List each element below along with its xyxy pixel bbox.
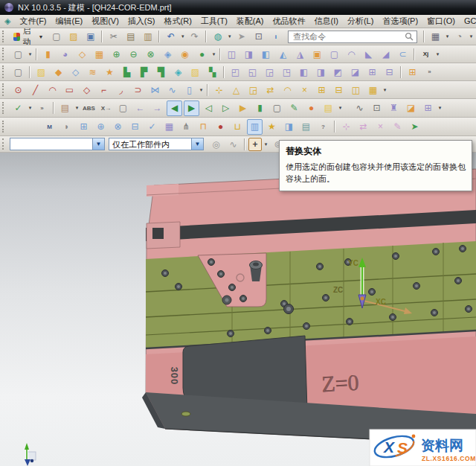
measure-link-icon[interactable]: ∿ <box>352 100 367 116</box>
what-cube-icon[interactable]: ? <box>315 119 331 135</box>
extract-body-icon[interactable]: ◨ <box>241 46 257 62</box>
draft-icon[interactable]: ◢ <box>378 46 393 62</box>
chevron-down-icon[interactable]: ▼ <box>92 138 104 150</box>
menu-preferences[interactable]: 首选项(P) <box>378 16 422 27</box>
offset-curve-icon[interactable]: ⊃ <box>130 82 146 98</box>
dropdown-arrow-icon[interactable]: ▾ <box>198 87 205 93</box>
toolbar-grip[interactable] <box>2 66 7 77</box>
start-menu-button[interactable]: 启动 ▼ <box>9 29 48 45</box>
next-feature-icon[interactable]: ▶ <box>184 100 199 116</box>
paint-brush-icon[interactable]: ✎ <box>286 100 302 116</box>
more-row5-icon[interactable]: » <box>34 100 50 116</box>
thicken-icon[interactable]: ▣ <box>309 46 325 62</box>
command-finder[interactable] <box>288 31 417 43</box>
drop-box-icon[interactable]: ⊔ <box>230 119 245 135</box>
dropdown-arrow-icon[interactable]: ▾ <box>179 33 186 39</box>
redo-icon[interactable]: ↷ <box>187 29 202 45</box>
touch-mode-icon[interactable]: ◍ <box>210 29 225 45</box>
through-curves-icon[interactable]: ≋ <box>85 64 100 80</box>
menu-assemblies[interactable]: 装配(A) <box>232 16 268 27</box>
dropdown-arrow-icon[interactable]: ▾ <box>434 51 441 57</box>
green-range-icon[interactable]: ▮ <box>252 100 268 116</box>
offset-region-icon[interactable]: ◲ <box>245 82 261 98</box>
extrude-icon[interactable]: ▮ <box>40 46 56 62</box>
back-arrow-icon[interactable]: ← <box>132 100 148 116</box>
purple-grid-icon[interactable]: ⊞ <box>420 100 436 116</box>
open-icon[interactable]: ▨ <box>65 29 81 45</box>
subtract-icon[interactable]: ⊖ <box>126 46 141 62</box>
trim-sheet-icon[interactable]: ▨ <box>187 64 203 80</box>
revolve-icon[interactable]: ◕ <box>57 46 73 62</box>
boolean-more-icon[interactable]: ● <box>194 46 210 62</box>
fillet-icon[interactable]: ◞ <box>113 82 129 98</box>
edge-blend-icon[interactable]: ◠ <box>344 46 359 62</box>
wave-link-3-icon[interactable]: ◲ <box>262 64 277 80</box>
toolbar-grip[interactable] <box>2 138 7 150</box>
pull-face-icon[interactable]: △ <box>228 82 244 98</box>
cube-wire-icon[interactable]: ▢ <box>269 100 285 116</box>
prev-feature-icon[interactable]: ◀ <box>167 100 182 116</box>
dropdown-arrow-icon[interactable]: ▾ <box>210 51 217 57</box>
last-feature-icon[interactable]: ▷ <box>218 100 234 116</box>
filter-wave-icon[interactable]: ∿ <box>225 136 241 152</box>
xform-csys-icon[interactable]: X→ <box>98 100 114 116</box>
patch-open-icon[interactable]: ▙ <box>119 64 135 80</box>
line-icon[interactable]: ╱ <box>28 82 43 98</box>
notebook-icon[interactable]: ▤ <box>57 100 73 116</box>
menu-gc-toolbox[interactable]: GC工具箱 <box>460 16 476 27</box>
menu-format[interactable]: 格式(R) <box>160 16 196 27</box>
clipboard-m-icon[interactable]: M <box>42 119 57 135</box>
orange-cube-icon[interactable]: ◪ <box>403 100 419 116</box>
edm-delete-icon[interactable]: ⊗ <box>110 119 126 135</box>
intersect-icon[interactable]: ⊗ <box>143 46 158 62</box>
toolbar-grip[interactable] <box>2 31 7 42</box>
shell-icon[interactable]: ▢ <box>327 46 342 62</box>
display-bars-icon[interactable]: ▥ <box>247 119 263 135</box>
ruled-icon[interactable]: ◇ <box>68 64 83 80</box>
tube-icon[interactable]: ▯ <box>181 82 197 98</box>
swoop-icon[interactable]: ▚ <box>205 64 220 80</box>
save-icon[interactable]: ▣ <box>83 29 98 45</box>
menu-window[interactable]: 窗口(O) <box>422 16 460 27</box>
apple-box-icon[interactable]: ● <box>213 119 228 135</box>
patch-close-icon[interactable]: ▛ <box>136 64 152 80</box>
dropdown-arrow-icon[interactable]: ▾ <box>337 105 344 111</box>
expression-icon[interactable]: Xj <box>418 46 434 62</box>
dropdown-arrow-icon[interactable]: ▾ <box>382 87 388 93</box>
resize-blend-icon[interactable]: ◠ <box>280 82 295 98</box>
app-menu-icon[interactable]: ◈ <box>4 16 10 26</box>
search-icon[interactable] <box>405 32 414 41</box>
dropdown-arrow-icon[interactable]: ▾ <box>468 33 475 39</box>
new-file-icon[interactable]: ▢ <box>48 29 64 45</box>
polygon-icon[interactable]: ◇ <box>79 82 94 98</box>
dropdown-arrow-icon[interactable]: ▾ <box>27 51 33 57</box>
wave-link-4-icon[interactable]: ◳ <box>279 64 295 80</box>
mold-plate-model[interactable]: Z=0 300 YC ZC XC X S 资料网 ZL.XS1616.COM <box>0 153 476 466</box>
menu-analysis[interactable]: 分析(L) <box>343 16 378 27</box>
wave-link-1-icon[interactable]: ◰ <box>228 64 243 80</box>
chevron-down-icon[interactable]: ▼ <box>191 138 203 150</box>
edm-add-icon[interactable]: ⊕ <box>93 119 109 135</box>
swept-icon[interactable]: ★ <box>102 64 118 80</box>
shade-cube-icon[interactable]: ◨ <box>281 119 297 135</box>
wave-link-7-icon[interactable]: ◩ <box>330 64 346 80</box>
sheet-body-icon[interactable]: ▢ <box>10 64 26 80</box>
edm-check-icon[interactable]: ✓ <box>144 119 160 135</box>
toolbar-grip[interactable] <box>2 102 7 115</box>
toolbar-grip[interactable] <box>2 48 7 60</box>
offset-face-icon[interactable]: ⊂ <box>395 46 411 62</box>
menu-insert[interactable]: 插入(S) <box>123 16 160 27</box>
menu-file[interactable]: 文件(F) <box>15 16 51 27</box>
screen-layout-icon[interactable]: ▦ <box>428 29 443 45</box>
mirror-feature-icon[interactable]: ◧ <box>258 46 274 62</box>
window-new-icon[interactable]: ⊡ <box>251 29 266 45</box>
shade-blend-icon[interactable]: ◈ <box>160 46 176 62</box>
sheet-pair-icon[interactable]: ▤ <box>298 119 314 135</box>
edm-table-icon[interactable]: ▦ <box>161 119 177 135</box>
undo-icon[interactable]: ↶ <box>163 29 178 45</box>
curve-mesh-icon[interactable]: ◆ <box>51 64 66 80</box>
delete-face-icon[interactable]: × <box>297 82 312 98</box>
wave-link-2-icon[interactable]: ◱ <box>245 64 260 80</box>
bounded-plane-icon[interactable]: ▨ <box>33 64 49 80</box>
rectangle-icon[interactable]: ▭ <box>62 82 77 98</box>
